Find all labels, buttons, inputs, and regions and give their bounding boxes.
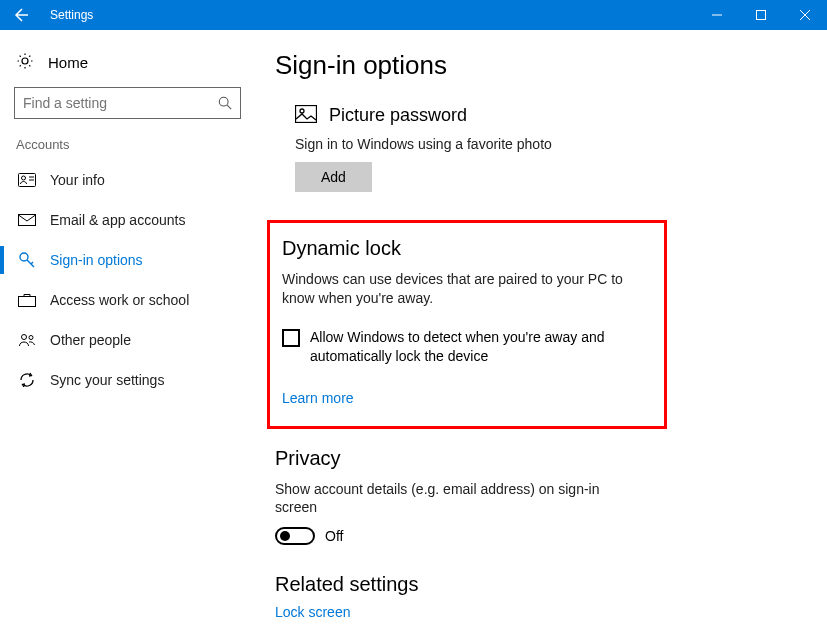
home-label: Home xyxy=(48,54,88,71)
sync-icon xyxy=(16,372,38,388)
sidebar-item-access-work-school[interactable]: Access work or school xyxy=(0,280,255,320)
minimize-button[interactable] xyxy=(695,0,739,30)
sidebar-item-label: Access work or school xyxy=(50,292,189,308)
sidebar-item-label: Sign-in options xyxy=(50,252,143,268)
sidebar-item-label: Sync your settings xyxy=(50,372,164,388)
svg-line-13 xyxy=(31,262,33,264)
search-input[interactable] xyxy=(23,95,218,111)
image-icon xyxy=(295,105,317,126)
privacy-desc: Show account details (e.g. email address… xyxy=(275,480,645,518)
dynamic-lock-highlight: Dynamic lock Windows can use devices tha… xyxy=(267,220,667,429)
privacy-toggle-state: Off xyxy=(325,528,343,544)
svg-rect-1 xyxy=(757,11,766,20)
home-button[interactable]: Home xyxy=(0,44,255,87)
svg-point-18 xyxy=(300,109,304,113)
section-related-settings: Related settings Lock screen xyxy=(275,573,827,620)
content-area: Sign-in options Picture password Sign in… xyxy=(255,30,827,640)
minimize-icon xyxy=(712,10,722,20)
dynamic-lock-title: Dynamic lock xyxy=(282,237,652,260)
arrow-left-icon xyxy=(14,7,30,23)
maximize-icon xyxy=(756,10,766,20)
svg-point-16 xyxy=(29,336,33,340)
mail-icon xyxy=(16,214,38,226)
page-title: Sign-in options xyxy=(275,50,827,81)
dynamic-lock-checkbox[interactable] xyxy=(282,329,300,347)
titlebar: Settings xyxy=(0,0,827,30)
maximize-button[interactable] xyxy=(739,0,783,30)
lock-screen-link[interactable]: Lock screen xyxy=(275,604,350,620)
privacy-title: Privacy xyxy=(275,447,827,470)
svg-rect-14 xyxy=(19,297,36,307)
back-button[interactable] xyxy=(0,0,44,30)
dynamic-lock-checkbox-row: Allow Windows to detect when you're away… xyxy=(282,328,652,366)
sidebar-item-email-accounts[interactable]: Email & app accounts xyxy=(0,200,255,240)
svg-point-7 xyxy=(22,176,26,180)
search-box[interactable] xyxy=(14,87,241,119)
svg-point-15 xyxy=(22,335,27,340)
close-button[interactable] xyxy=(783,0,827,30)
sidebar-item-label: Email & app accounts xyxy=(50,212,185,228)
sidebar-item-label: Your info xyxy=(50,172,105,188)
picture-password-title: Picture password xyxy=(329,105,467,126)
svg-line-12 xyxy=(27,260,34,267)
svg-point-4 xyxy=(219,97,228,106)
svg-rect-10 xyxy=(19,215,36,226)
person-card-icon xyxy=(16,173,38,187)
section-picture-password: Picture password Sign in to Windows usin… xyxy=(275,105,827,192)
learn-more-link[interactable]: Learn more xyxy=(282,390,354,406)
dynamic-lock-checkbox-label: Allow Windows to detect when you're away… xyxy=(310,328,650,366)
people-icon xyxy=(16,333,38,347)
sidebar-item-your-info[interactable]: Your info xyxy=(0,160,255,200)
svg-line-5 xyxy=(227,105,231,109)
svg-point-11 xyxy=(20,253,28,261)
sidebar-item-sync-settings[interactable]: Sync your settings xyxy=(0,360,255,400)
dynamic-lock-desc: Windows can use devices that are paired … xyxy=(282,270,652,308)
toggle-knob xyxy=(280,531,290,541)
section-privacy: Privacy Show account details (e.g. email… xyxy=(275,447,827,546)
privacy-toggle[interactable] xyxy=(275,527,315,545)
sidebar-item-label: Other people xyxy=(50,332,131,348)
related-settings-title: Related settings xyxy=(275,573,827,596)
svg-rect-17 xyxy=(296,106,317,123)
window-controls xyxy=(695,0,827,30)
gear-icon xyxy=(16,52,34,73)
window-title: Settings xyxy=(44,8,695,22)
picture-password-desc: Sign in to Windows using a favorite phot… xyxy=(295,136,827,152)
briefcase-icon xyxy=(16,293,38,307)
close-icon xyxy=(800,10,810,20)
sidebar-item-other-people[interactable]: Other people xyxy=(0,320,255,360)
search-icon xyxy=(218,96,232,110)
add-button[interactable]: Add xyxy=(295,162,372,192)
key-icon xyxy=(16,251,38,269)
sidebar-item-sign-in-options[interactable]: Sign-in options xyxy=(0,240,255,280)
sidebar-group-accounts: Accounts xyxy=(0,137,255,160)
sidebar: Home Accounts Your info Email & app acco… xyxy=(0,30,255,640)
